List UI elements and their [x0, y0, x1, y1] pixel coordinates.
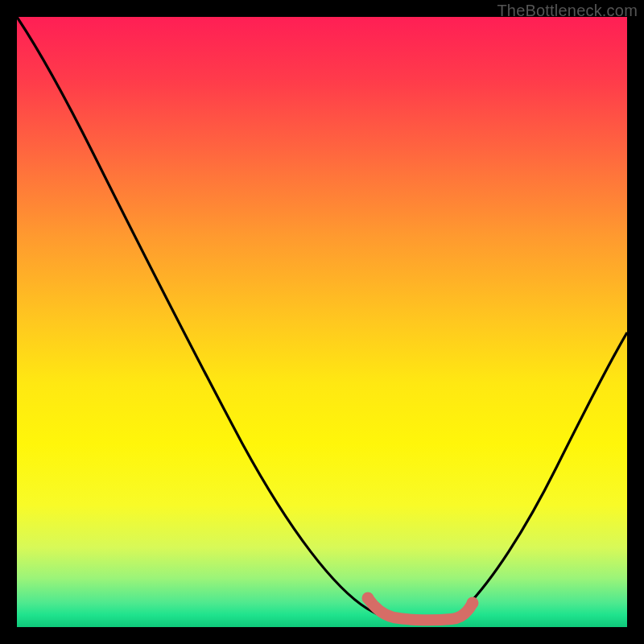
- highlight-dot-left: [362, 592, 374, 605]
- highlight-dot-right: [467, 597, 479, 609]
- highlight-valley: [368, 598, 473, 620]
- chart-stage: TheBottleneck.com: [0, 0, 644, 644]
- attribution-label: TheBottleneck.com: [497, 2, 638, 20]
- curve-left-branch: [17, 17, 386, 617]
- plot-area: [17, 17, 627, 627]
- curve-right-branch: [466, 332, 627, 607]
- curve-layer: [17, 17, 627, 627]
